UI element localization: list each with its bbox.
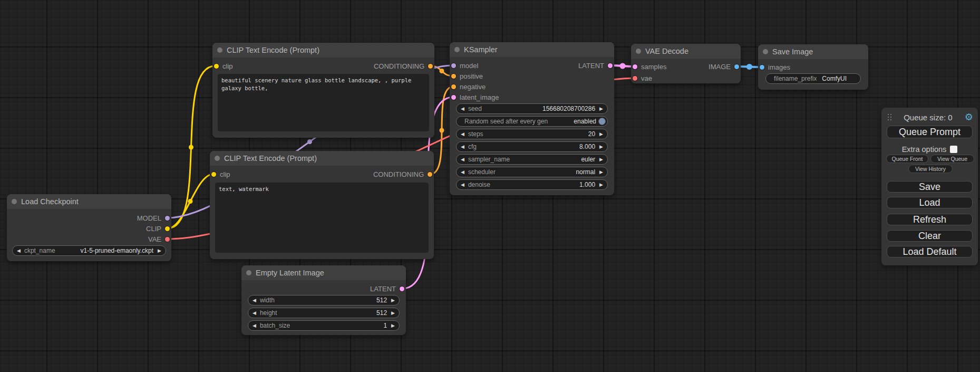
- node-load-checkpoint[interactable]: Load Checkpoint MODEL CLIP VAE ◀ ckpt_na…: [7, 194, 171, 261]
- width-widget[interactable]: ◀ width 512 ▶: [248, 295, 400, 306]
- positive-prompt-textarea[interactable]: beautiful scenery nature glass bottle la…: [218, 74, 429, 131]
- drag-handle-icon[interactable]: [888, 114, 891, 120]
- model-port-icon[interactable]: [165, 216, 170, 221]
- load-button[interactable]: Load: [887, 197, 973, 208]
- prev-arrow-icon[interactable]: ◀: [461, 157, 464, 162]
- prev-arrow-icon[interactable]: ◀: [461, 145, 464, 149]
- latent-port-icon[interactable]: [633, 64, 637, 69]
- link-dot-conditioning-positive[interactable]: [440, 69, 444, 73]
- collapse-dot-icon[interactable]: [454, 47, 460, 52]
- load-default-button[interactable]: Load Default: [887, 246, 973, 257]
- input-slot-samples[interactable]: samples: [633, 62, 666, 71]
- refresh-button[interactable]: Refresh: [887, 214, 973, 225]
- seed-widget[interactable]: ◀ seed 156680208700286 ▶: [456, 103, 608, 114]
- next-arrow-icon[interactable]: ▶: [599, 170, 603, 175]
- output-slot-latent[interactable]: LATENT: [578, 61, 613, 70]
- clip-port-icon[interactable]: [214, 64, 219, 69]
- node-clip-text-encode-negative[interactable]: CLIP Text Encode (Prompt) clip CONDITION…: [210, 151, 434, 259]
- prev-arrow-icon[interactable]: ◀: [253, 323, 256, 328]
- link-dot-conditioning-negative[interactable]: [440, 128, 444, 133]
- prev-arrow-icon[interactable]: ◀: [17, 249, 21, 253]
- scheduler-widget[interactable]: ◀ scheduler normal ▶: [456, 167, 608, 177]
- random-seed-toggle-widget[interactable]: Random seed after every gen enabled: [456, 116, 608, 127]
- next-arrow-icon[interactable]: ▶: [599, 132, 603, 137]
- denoise-widget[interactable]: ◀ denoise 1.000 ▶: [456, 179, 608, 190]
- prev-arrow-icon[interactable]: ◀: [253, 298, 256, 303]
- node-title-bar[interactable]: CLIP Text Encode (Prompt): [210, 151, 434, 166]
- input-slot-clip[interactable]: clip: [211, 169, 230, 179]
- clip-port-icon[interactable]: [165, 226, 170, 231]
- latent-port-icon[interactable]: [451, 95, 456, 100]
- vae-port-icon[interactable]: [165, 237, 170, 242]
- node-ksampler[interactable]: KSampler model positive negative latent_…: [450, 42, 614, 195]
- model-port-icon[interactable]: [451, 63, 456, 68]
- link-dot-image[interactable]: [746, 64, 752, 70]
- latent-port-icon[interactable]: [608, 63, 613, 68]
- node-empty-latent-image[interactable]: Empty Latent Image LATENT ◀ width 512 ▶ …: [241, 265, 406, 335]
- node-title-bar[interactable]: Empty Latent Image: [241, 265, 406, 280]
- input-slot-vae[interactable]: vae: [633, 73, 652, 83]
- next-arrow-icon[interactable]: ▶: [158, 249, 161, 253]
- output-slot-clip[interactable]: CLIP: [146, 224, 170, 233]
- output-slot-model[interactable]: MODEL: [137, 213, 170, 223]
- negative-prompt-textarea[interactable]: text, watermark: [215, 183, 429, 253]
- collapse-dot-icon[interactable]: [246, 270, 251, 275]
- next-arrow-icon[interactable]: ▶: [391, 311, 395, 316]
- conditioning-port-icon[interactable]: [428, 172, 432, 177]
- node-clip-text-encode-positive[interactable]: CLIP Text Encode (Prompt) clip CONDITION…: [212, 43, 434, 138]
- output-slot-vae[interactable]: VAE: [148, 234, 170, 244]
- input-slot-clip[interactable]: clip: [214, 61, 233, 71]
- collapse-dot-icon[interactable]: [763, 49, 768, 54]
- view-history-button[interactable]: View History: [908, 165, 953, 173]
- gear-icon[interactable]: ⚙: [965, 112, 973, 122]
- clear-button[interactable]: Clear: [887, 230, 973, 242]
- output-slot-conditioning[interactable]: CONDITIONING: [374, 61, 433, 71]
- filename-prefix-widget[interactable]: filename_prefix ComfyUI: [765, 73, 861, 84]
- prev-arrow-icon[interactable]: ◀: [461, 107, 464, 111]
- output-slot-latent[interactable]: LATENT: [370, 284, 404, 293]
- collapse-dot-icon[interactable]: [215, 156, 220, 161]
- height-widget[interactable]: ◀ height 512 ▶: [248, 308, 400, 318]
- extra-options-checkbox[interactable]: [950, 146, 957, 153]
- image-port-icon[interactable]: [760, 65, 764, 70]
- prev-arrow-icon[interactable]: ◀: [253, 311, 256, 316]
- batch-size-widget[interactable]: ◀ batch_size 1 ▶: [248, 320, 400, 331]
- steps-widget[interactable]: ◀ steps 20 ▶: [456, 129, 608, 139]
- link-dot-model[interactable]: [307, 139, 312, 144]
- conditioning-port-icon[interactable]: [428, 64, 433, 69]
- link-dot-clip-negative[interactable]: [188, 199, 193, 204]
- input-slot-images[interactable]: images: [760, 62, 790, 72]
- sampler-name-widget[interactable]: ◀ sampler_name euler ▶: [456, 154, 608, 165]
- node-title-bar[interactable]: KSampler: [450, 42, 614, 57]
- input-slot-model[interactable]: model: [451, 61, 478, 70]
- prev-arrow-icon[interactable]: ◀: [461, 183, 464, 187]
- vae-port-icon[interactable]: [633, 76, 637, 81]
- input-slot-latent-image[interactable]: latent_image: [451, 92, 499, 102]
- save-button[interactable]: Save: [887, 181, 973, 193]
- next-arrow-icon[interactable]: ▶: [599, 107, 603, 111]
- conditioning-port-icon[interactable]: [451, 84, 456, 89]
- input-slot-negative[interactable]: negative: [451, 82, 486, 91]
- collapse-dot-icon[interactable]: [636, 49, 641, 54]
- link-dot-clip-positive[interactable]: [189, 145, 193, 150]
- next-arrow-icon[interactable]: ▶: [391, 323, 395, 328]
- output-slot-image[interactable]: IMAGE: [709, 62, 739, 71]
- node-title-bar[interactable]: Save Image: [758, 44, 868, 59]
- cfg-widget[interactable]: ◀ cfg 8.000 ▶: [456, 141, 608, 152]
- output-slot-conditioning[interactable]: CONDITIONING: [373, 169, 432, 179]
- ckpt-name-widget[interactable]: ◀ ckpt_name v1-5-pruned-emaonly.ckpt ▶: [12, 245, 166, 256]
- latent-port-icon[interactable]: [400, 287, 404, 291]
- node-title-bar[interactable]: Load Checkpoint: [7, 194, 171, 209]
- prev-arrow-icon[interactable]: ◀: [461, 170, 464, 175]
- prev-arrow-icon[interactable]: ◀: [461, 132, 464, 137]
- clip-port-icon[interactable]: [211, 172, 216, 177]
- next-arrow-icon[interactable]: ▶: [599, 145, 603, 149]
- next-arrow-icon[interactable]: ▶: [599, 157, 603, 162]
- node-vae-decode[interactable]: VAE Decode samples vae IMAGE: [631, 44, 741, 83]
- next-arrow-icon[interactable]: ▶: [599, 183, 603, 187]
- input-slot-positive[interactable]: positive: [451, 71, 483, 81]
- toggle-circle-icon[interactable]: [598, 118, 606, 125]
- conditioning-port-icon[interactable]: [451, 74, 456, 79]
- queue-prompt-button[interactable]: Queue Prompt: [887, 126, 973, 138]
- view-queue-button[interactable]: View Queue: [930, 155, 974, 163]
